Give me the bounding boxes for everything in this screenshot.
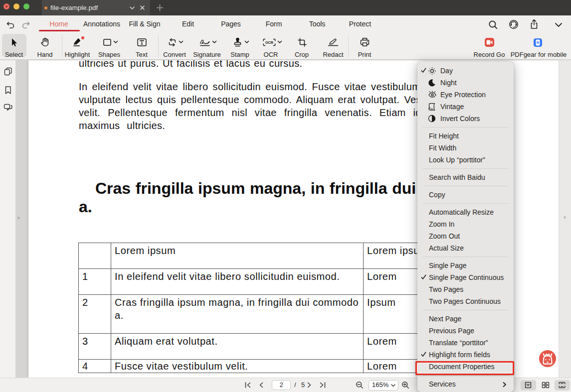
svg-text:OCR: OCR — [265, 40, 274, 45]
